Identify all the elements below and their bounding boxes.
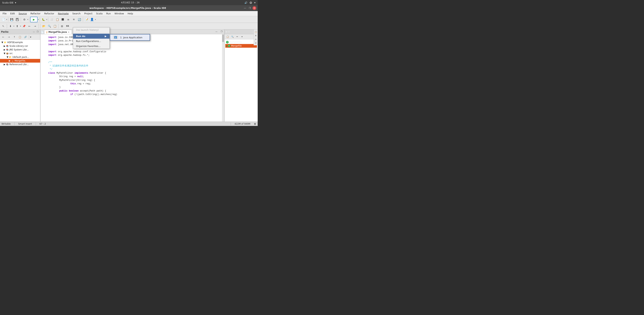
toolbar-btn-8[interactable]: ≡ xyxy=(66,17,71,22)
tree-item-mergefile[interactable]: ▶ ☕ MergeFile. xyxy=(0,59,40,62)
profile-dropdown[interactable]: ▾ xyxy=(95,18,96,20)
perspective-button[interactable]: ⊞ xyxy=(60,24,64,29)
collapse-btn[interactable]: 📋 xyxy=(17,34,22,40)
jre-lib-icon: 📚 xyxy=(6,48,9,51)
tree-item-src[interactable]: ▼ 📦 src xyxy=(0,52,40,55)
right-toolbar-btn1[interactable]: 📋 xyxy=(254,30,258,34)
right-panel-btn3[interactable]: ✏ xyxy=(235,35,239,39)
cursor-button[interactable]: ↖ xyxy=(1,24,6,29)
editor-scrollbar-thumb[interactable] xyxy=(222,34,224,42)
scala-perspective[interactable]: S5 xyxy=(65,24,70,29)
menu-help[interactable]: Help xyxy=(126,12,135,16)
menu-run[interactable]: Run xyxy=(104,12,113,16)
menu-refactor1[interactable]: Refactor xyxy=(29,12,42,16)
next-annotation-dropdown[interactable]: ▾ xyxy=(20,25,21,27)
panel-minimize-btn[interactable]: — xyxy=(32,30,35,33)
run-button[interactable]: ▶ xyxy=(30,17,38,22)
right-panel-options-icon: O xyxy=(228,30,230,33)
open-type-button[interactable]: 📂 xyxy=(41,24,46,29)
right-panel-item-mergefile[interactable]: ▶ C MergeFile xyxy=(225,44,257,48)
menu-file[interactable]: File xyxy=(1,12,8,16)
link-btn[interactable]: 🔗 xyxy=(23,34,28,40)
right-panel-btn4[interactable]: ▾ xyxy=(240,35,244,39)
tree-item-jre-lib[interactable]: ▶ 📚 JRE System Libr... xyxy=(0,48,40,52)
menu-source[interactable]: Source xyxy=(17,12,29,16)
toolbar-btn-5[interactable]: ⬜ xyxy=(49,17,54,22)
back-btn[interactable]: ← xyxy=(1,34,6,40)
toolbar-btn-11[interactable]: 📝 xyxy=(84,17,89,22)
toolbar-btn-10[interactable]: 🔄 xyxy=(77,17,82,22)
java-application-label: 1 xyxy=(120,36,122,39)
power-icon[interactable]: ⏻ xyxy=(250,1,252,4)
right-toolbar-btn3[interactable]: ✏ xyxy=(254,38,258,41)
forward-btn[interactable]: → xyxy=(6,34,12,40)
up-btn[interactable]: ↑ xyxy=(12,34,17,40)
close-button[interactable]: ✕ xyxy=(252,6,256,10)
new-button[interactable]: 📄 xyxy=(1,17,6,22)
tree-item-scala-lib[interactable]: ▶ 📚 Scala Library cor xyxy=(0,44,40,48)
toolbar-btn-12[interactable]: 👤 xyxy=(90,17,94,22)
prev-edit-dropdown[interactable]: ▾ xyxy=(14,25,14,27)
right-toolbar-btn2[interactable]: ⬇ xyxy=(254,34,258,37)
debug-button[interactable]: 🐛 xyxy=(41,17,46,22)
tab-close-icon[interactable]: ✕ xyxy=(68,31,70,33)
volume-icon[interactable]: 🔊 xyxy=(244,1,247,4)
right-panel-icon: ⊞ xyxy=(226,30,227,33)
menu-edit[interactable]: Edit xyxy=(8,12,17,16)
right-panel-btn2[interactable]: 🔍 xyxy=(230,35,234,39)
editor-content[interactable]: import java.io.IOException; import java.… xyxy=(40,34,224,122)
right-toolbar-btn4[interactable]: ▾ xyxy=(254,41,258,44)
title-bar-controls: — ❐ ✕ xyxy=(243,6,256,10)
run-as-item[interactable]: Run As ▶ xyxy=(73,34,110,39)
panel-toolbar: ← → ↑ 📋 🔗 ▾ xyxy=(0,34,40,40)
right-panel-item-mypathfilter[interactable]: C MyPathFilte xyxy=(225,40,257,44)
menu-window[interactable]: Window xyxy=(113,12,126,16)
last-edit-button[interactable]: 📌 xyxy=(21,24,26,29)
open-resource-button[interactable]: 🔍 xyxy=(47,24,52,29)
new-dropdown[interactable]: ▾ xyxy=(6,18,7,20)
toolbar-btn-6[interactable]: 📋 xyxy=(55,17,60,22)
minimize-button[interactable]: — xyxy=(243,6,247,10)
menu-project[interactable]: Project xyxy=(82,12,94,16)
panel-view-menu[interactable]: ▾ xyxy=(30,36,31,38)
settings-arrow[interactable]: ▾ xyxy=(254,1,256,4)
system-bar-left: Scala IDE ▾ xyxy=(2,1,16,4)
next-annotation-button[interactable]: ⬆ xyxy=(15,24,20,29)
menu-refactor2[interactable]: Refactor xyxy=(42,12,56,16)
status-trash-icon[interactable]: 🗑 xyxy=(254,122,256,125)
run-configurations-item[interactable]: Run Configurations... xyxy=(73,39,110,44)
separator-3 xyxy=(29,17,29,22)
settings-button[interactable]: ⚙ xyxy=(22,17,27,22)
status-insert-mode: Smart Insert xyxy=(18,122,32,125)
save-button[interactable]: 💾 xyxy=(9,17,14,22)
panel-maximize-btn[interactable]: ❐ xyxy=(36,30,39,33)
java-application-item[interactable]: J 1 Java Application xyxy=(110,34,150,41)
toolbar-btn-9[interactable]: ⊞ xyxy=(71,17,76,22)
right-panel-btn1[interactable]: 📋 xyxy=(226,35,230,39)
editor-panel-controls[interactable]: — xyxy=(214,29,219,34)
debug-dropdown[interactable]: ▾ xyxy=(46,18,47,20)
menu-navigate[interactable]: Navigate xyxy=(56,12,70,16)
show-view-button[interactable]: 📋 xyxy=(52,24,58,29)
maximize-button[interactable]: ❐ xyxy=(248,6,252,10)
prev-button[interactable]: ← xyxy=(27,24,32,29)
next-button[interactable]: → xyxy=(32,24,38,29)
tree-item-default-pkg[interactable]: ▼ 📂 (default pack... xyxy=(0,55,40,59)
save-all-button[interactable] xyxy=(15,17,20,22)
menu-search[interactable]: Search xyxy=(70,12,82,16)
editor-scrollbar-v[interactable] xyxy=(222,34,224,122)
toolbar-btn-7[interactable]: ⬛ xyxy=(60,17,65,22)
prev-edit-button[interactable]: ⬇ xyxy=(8,24,13,29)
toolbar-1: 📄 ▾ 💾 ⚙ ▾ ▶ ▾ 🐛 ▾ ⬜ 📋 ⬛ ≡ ⊞ 🔄 📝 👤 ▾ xyxy=(0,16,258,23)
organize-favorites-item[interactable]: Organize Favorites... xyxy=(73,44,110,48)
settings-dropdown[interactable]: ▾ xyxy=(28,18,28,20)
menu-scala[interactable]: Scala xyxy=(94,12,104,16)
tree-item-hdfsexample[interactable]: ▼ 📁 HDFSExample xyxy=(0,40,40,44)
app-dropdown-arrow[interactable]: ▾ xyxy=(15,1,16,4)
editor-nav-btn[interactable]: 📄 xyxy=(40,30,44,34)
tree-item-ref-lib[interactable]: ▶ 📚 Referenced Libr... xyxy=(0,62,40,66)
separator-2 xyxy=(21,17,21,22)
editor-panel-maximize[interactable]: ❐ xyxy=(219,29,224,34)
editor-tab-mergefile[interactable]: J MergeFile.java ✕ xyxy=(44,30,72,34)
run-dropdown[interactable]: ▾ xyxy=(38,18,39,20)
